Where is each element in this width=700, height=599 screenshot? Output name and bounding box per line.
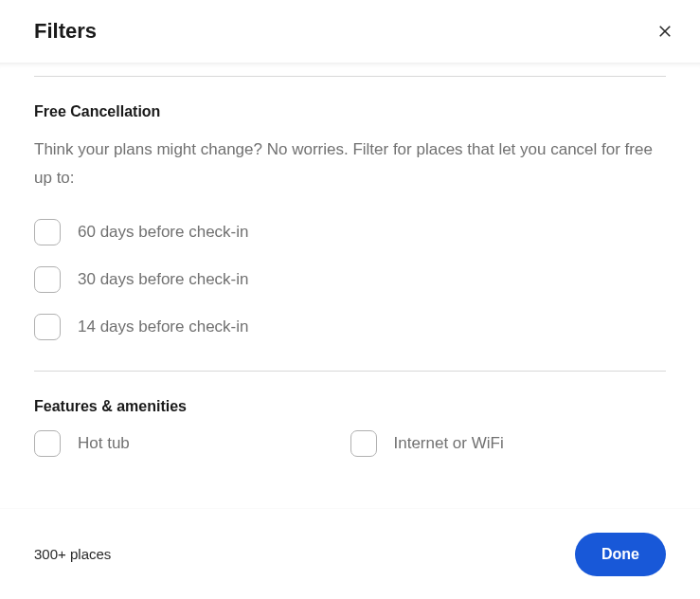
section-title: Free Cancellation: [34, 103, 666, 120]
filters-scroll-area[interactable]: Free Cancellation Think your plans might…: [0, 63, 700, 506]
option-label: 14 days before check-in: [78, 318, 249, 336]
modal-header: Filters: [0, 0, 700, 63]
checkbox-60-days[interactable]: [34, 219, 61, 245]
amenity-hot-tub: Hot tub: [34, 430, 350, 457]
cancellation-options: 60 days before check-in 30 days before c…: [34, 219, 666, 340]
option-label: 60 days before check-in: [78, 223, 249, 242]
close-icon: [656, 23, 673, 40]
cancellation-option-60: 60 days before check-in: [34, 219, 666, 245]
checkbox-14-days[interactable]: [34, 314, 61, 340]
amenity-label: Internet or WiFi: [394, 434, 504, 453]
cancellation-option-30: 30 days before check-in: [34, 266, 666, 293]
filters-content: Free Cancellation Think your plans might…: [0, 76, 700, 497]
done-button[interactable]: Done: [575, 533, 666, 576]
amenities-grid: Hot tub Internet or WiFi: [34, 430, 666, 478]
result-count: 300+ places: [34, 546, 111, 562]
checkbox-hot-tub[interactable]: [34, 430, 61, 457]
amenities-section: Features & amenities Hot tub Internet or…: [34, 372, 666, 478]
close-button[interactable]: [653, 19, 677, 44]
option-label: 30 days before check-in: [78, 270, 249, 289]
checkbox-30-days[interactable]: [34, 266, 61, 293]
modal-footer: 300+ places Done: [0, 508, 700, 599]
checkbox-internet[interactable]: [350, 430, 377, 457]
section-description: Think your plans might change? No worrie…: [34, 136, 666, 192]
amenity-label: Hot tub: [78, 434, 130, 453]
free-cancellation-section: Free Cancellation Think your plans might…: [34, 77, 666, 372]
amenity-internet: Internet or WiFi: [350, 430, 667, 457]
modal-title: Filters: [34, 19, 97, 44]
cancellation-option-14: 14 days before check-in: [34, 314, 666, 340]
section-title: Features & amenities: [34, 398, 666, 415]
